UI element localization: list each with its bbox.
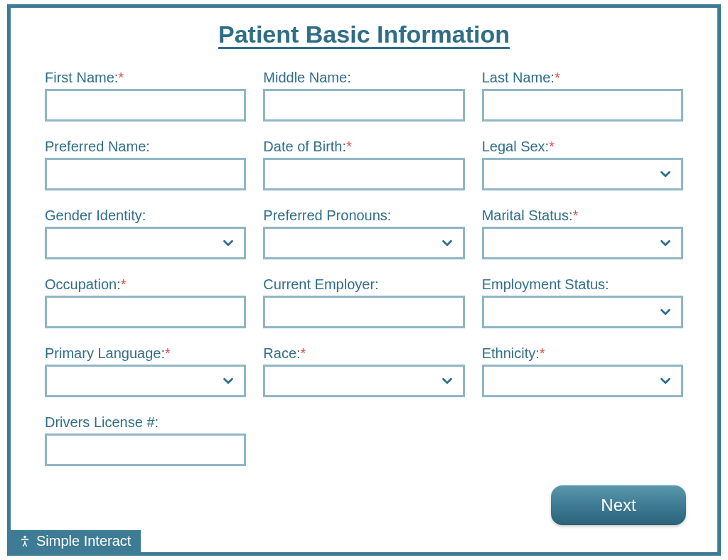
label-current-employer: Current Employer: <box>263 276 464 293</box>
select-gender-identity[interactable] <box>45 227 246 259</box>
accessibility-icon <box>18 534 32 549</box>
label-gender-identity: Gender Identity: <box>45 208 246 224</box>
required-marker: * <box>121 276 127 292</box>
field-first-name: First Name:* <box>45 70 246 122</box>
required-marker: * <box>346 139 352 154</box>
label-preferred-pronouns: Preferred Pronouns: <box>263 208 464 224</box>
label-employment-status: Employment Status: <box>482 276 683 293</box>
select-ethnicity[interactable] <box>482 365 683 397</box>
label-middle-name: Middle Name: <box>263 70 464 86</box>
label-primary-language: Primary Language:* <box>45 345 246 362</box>
label-occupation: Occupation:* <box>45 276 246 293</box>
select-marital-status[interactable] <box>482 227 683 259</box>
select-race[interactable] <box>263 365 464 397</box>
field-middle-name: Middle Name: <box>263 70 464 122</box>
label-legal-sex: Legal Sex:* <box>482 139 683 155</box>
field-occupation: Occupation:* <box>45 276 246 328</box>
label-last-name: Last Name:* <box>482 70 683 86</box>
input-preferred-name[interactable] <box>45 158 246 190</box>
page-title: Patient Basic Information <box>11 21 717 48</box>
select-legal-sex[interactable] <box>482 158 683 190</box>
field-preferred-pronouns: Preferred Pronouns: <box>263 208 464 259</box>
input-drivers-license[interactable] <box>45 434 246 466</box>
input-middle-name[interactable] <box>263 89 464 122</box>
field-gender-identity: Gender Identity: <box>45 208 246 259</box>
required-marker: * <box>549 139 555 154</box>
select-preferred-pronouns[interactable] <box>263 227 464 259</box>
input-dob[interactable] <box>263 158 464 190</box>
form-frame: Patient Basic Information First Name:* M… <box>7 4 721 556</box>
field-employment-status: Employment Status: <box>482 276 683 328</box>
field-preferred-name: Preferred Name: <box>45 139 246 190</box>
form-grid: First Name:* Middle Name: Last Name:* Pr… <box>11 48 717 466</box>
field-race: Race:* <box>263 345 464 397</box>
field-current-employer: Current Employer: <box>263 276 464 328</box>
label-ethnicity: Ethnicity:* <box>482 345 683 362</box>
required-marker: * <box>301 345 306 361</box>
field-drivers-license: Drivers License #: <box>45 414 246 466</box>
required-marker: * <box>540 345 545 361</box>
required-marker: * <box>118 70 124 85</box>
select-employment-status[interactable] <box>482 296 683 328</box>
select-primary-language[interactable] <box>45 365 246 397</box>
label-race: Race:* <box>263 345 464 362</box>
label-dob: Date of Birth:* <box>263 139 464 155</box>
input-occupation[interactable] <box>45 296 246 328</box>
required-marker: * <box>572 208 578 223</box>
required-marker: * <box>165 345 171 361</box>
field-primary-language: Primary Language:* <box>45 345 246 397</box>
svg-point-0 <box>23 535 26 537</box>
field-marital-status: Marital Status:* <box>482 208 683 259</box>
label-first-name: First Name:* <box>45 70 246 86</box>
field-ethnicity: Ethnicity:* <box>482 345 683 397</box>
field-legal-sex: Legal Sex:* <box>482 139 683 190</box>
field-dob: Date of Birth:* <box>263 139 464 190</box>
brand-text: Simple Interact <box>36 533 131 549</box>
field-last-name: Last Name:* <box>482 70 683 122</box>
input-current-employer[interactable] <box>263 296 464 328</box>
label-preferred-name: Preferred Name: <box>45 139 246 155</box>
next-button[interactable]: Next <box>551 485 686 525</box>
label-drivers-license: Drivers License #: <box>45 414 246 431</box>
required-marker: * <box>555 70 560 85</box>
brand-bar: Simple Interact <box>11 530 141 552</box>
label-marital-status: Marital Status:* <box>482 208 683 224</box>
input-first-name[interactable] <box>45 89 246 122</box>
input-last-name[interactable] <box>482 89 683 122</box>
